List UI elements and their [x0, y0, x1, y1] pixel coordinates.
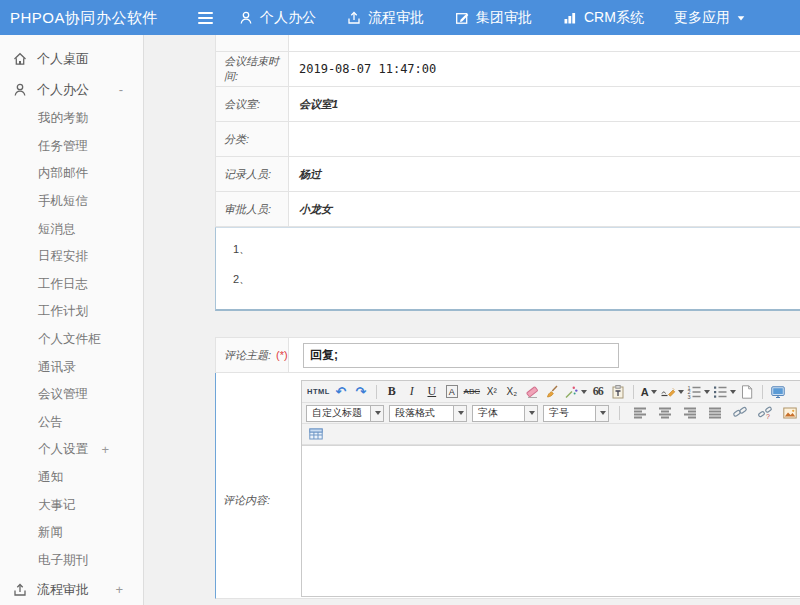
sidebar-item-label: 工作日志 — [38, 276, 88, 293]
sidebar-item-notification[interactable]: 通知 — [0, 464, 143, 492]
font-border-button[interactable]: A — [443, 383, 461, 401]
preview-button[interactable] — [769, 383, 787, 401]
caret-down-icon[interactable] — [678, 390, 684, 394]
personal-settings-toggle[interactable]: + — [101, 442, 109, 457]
blockquote-button[interactable]: 66 — [589, 383, 607, 401]
comment-subject-row: 评论主题: (*) — [215, 337, 800, 373]
align-justify-button[interactable] — [706, 404, 724, 422]
sidebar-item-meeting-management[interactable]: 会议管理 — [0, 381, 143, 409]
approver-row-label: 审批人员: — [216, 192, 289, 226]
recorder-row: 记录人员:杨过 — [216, 157, 800, 192]
sidebar-item-news[interactable]: 新闻 — [0, 519, 143, 547]
highlighter-icon — [660, 384, 676, 400]
subscript-button[interactable]: X₂ — [503, 383, 521, 401]
sidebar-item-personal-office[interactable]: 个人办公- — [0, 74, 143, 105]
ordered-list-button[interactable]: 123 — [686, 383, 710, 401]
caret-down-icon[interactable] — [600, 411, 606, 415]
sidebar-item-memorabilia[interactable]: 大事记 — [0, 491, 143, 519]
remove-format-button[interactable] — [523, 383, 541, 401]
superscript-button[interactable]: X² — [483, 383, 501, 401]
hamburger-menu-icon[interactable] — [198, 9, 216, 26]
font-size-select-caret[interactable] — [595, 406, 608, 421]
format-painter-button[interactable] — [543, 383, 561, 401]
sidebar-item-personal-settings[interactable]: 个人设置+ — [0, 436, 143, 464]
custom-title-select-caret[interactable] — [370, 406, 383, 421]
font-color-button-glyph: A — [641, 386, 649, 398]
font-color-button[interactable]: A — [640, 383, 658, 401]
align-right-button[interactable] — [681, 404, 699, 422]
highlight-button[interactable] — [660, 383, 684, 401]
caret-down-icon[interactable] — [730, 390, 736, 394]
topmenu-personal-office[interactable]: 个人办公 — [238, 9, 316, 27]
new-page-button[interactable] — [738, 383, 756, 401]
monitor-icon — [770, 384, 786, 400]
font-size-select-value: 字号 — [544, 406, 595, 421]
category-row-label: 分类: — [216, 122, 289, 156]
sidebar-item-contacts[interactable]: 通讯录 — [0, 353, 143, 381]
process-approval-toggle[interactable]: + — [115, 582, 123, 597]
sidebar-item-process-approval[interactable]: 流程审批+ — [0, 574, 143, 605]
sidebar-item-personal-file-cabinet[interactable]: 个人文件柜 — [0, 326, 143, 354]
meeting-end-time-row-label: 会议结束时间: — [216, 52, 289, 86]
link-button[interactable] — [731, 404, 749, 422]
caret-down-icon[interactable] — [581, 390, 587, 394]
html-source-button[interactable]: HTML — [307, 383, 330, 401]
table-button[interactable] — [307, 425, 325, 443]
paragraph-format-select-caret[interactable] — [453, 406, 466, 421]
caret-down-icon[interactable] — [375, 411, 381, 415]
edit-icon — [454, 10, 470, 26]
topmenu-crm-system[interactable]: CRM系统 — [562, 9, 644, 27]
editor-toolbar-row2: 自定义标题段落格式字体字号? — [302, 403, 800, 424]
editor-content-area[interactable] — [302, 445, 800, 596]
sidebar-item-announcement[interactable]: 公告 — [0, 409, 143, 437]
paragraph-format-select-value: 段落格式 — [390, 406, 453, 421]
sidebar-item-label: 个人办公 — [37, 81, 89, 99]
approver-row-cell: 小龙女 — [289, 192, 800, 226]
caret-down-icon[interactable] — [651, 390, 657, 394]
sidebar-item-label: 手机短信 — [38, 193, 88, 210]
align-left-button[interactable] — [631, 404, 649, 422]
sidebar-item-label: 会议管理 — [38, 386, 88, 403]
app-title: PHPOA协同办公软件 — [10, 0, 158, 35]
autotypeset-button[interactable] — [563, 383, 587, 401]
sidebar-item-schedule[interactable]: 日程安排 — [0, 243, 143, 271]
caret-down-icon[interactable] — [704, 390, 710, 394]
custom-title-select[interactable]: 自定义标题 — [306, 405, 384, 422]
caret-down-icon[interactable] — [458, 411, 464, 415]
font-family-select[interactable]: 字体 — [472, 405, 538, 422]
italic-button[interactable]: I — [403, 383, 421, 401]
topmenu-more-apps[interactable]: 更多应用 — [674, 9, 746, 27]
topmenu-group-approval[interactable]: 集团审批 — [454, 9, 532, 27]
sidebar-item-mobile-sms[interactable]: 手机短信 — [0, 188, 143, 216]
strikethrough-button[interactable]: ABC — [463, 383, 481, 401]
font-size-select[interactable]: 字号 — [543, 405, 609, 422]
personal-office-toggle[interactable]: - — [119, 82, 123, 97]
sidebar-item-work-log[interactable]: 工作日志 — [0, 271, 143, 299]
font-border-button-glyph: A — [446, 385, 458, 398]
bold-button[interactable]: B — [383, 383, 401, 401]
sidebar-item-e-journal[interactable]: 电子期刊 — [0, 547, 143, 575]
font-family-select-caret[interactable] — [524, 406, 537, 421]
sidebar-item-my-attendance[interactable]: 我的考勤 — [0, 105, 143, 133]
redo-button[interactable]: ↷ — [352, 383, 370, 401]
undo-button[interactable]: ↶ — [332, 383, 350, 401]
sidebar-item-internal-mail[interactable]: 内部邮件 — [0, 160, 143, 188]
caret-down-icon[interactable] — [529, 411, 535, 415]
rich-text-editor: HTML↶↷BIUAABCX²X₂66A123 自定义标题段落格式字体字号? — [301, 380, 800, 597]
paragraph-format-select[interactable]: 段落格式 — [389, 405, 467, 422]
sidebar-item-label: 个人文件柜 — [38, 331, 101, 348]
unordered-list-button[interactable] — [712, 383, 736, 401]
sidebar-item-task-management[interactable]: 任务管理 — [0, 133, 143, 161]
underline-button[interactable]: U — [423, 383, 441, 401]
comment-subject-input[interactable] — [303, 343, 619, 368]
unlink-button[interactable]: ? — [756, 404, 774, 422]
chart-icon — [562, 10, 578, 26]
image-button[interactable] — [781, 404, 799, 422]
paste-plain-button[interactable] — [609, 383, 627, 401]
sidebar-item-work-plan[interactable]: 工作计划 — [0, 298, 143, 326]
topmenu-process-approval[interactable]: 流程审批 — [346, 9, 424, 27]
meeting-end-time-row-cell: 2019-08-07 11:47:00 — [289, 52, 800, 86]
sidebar-item-personal-desktop[interactable]: 个人桌面 — [0, 43, 143, 74]
sidebar-item-short-message[interactable]: 短消息 — [0, 215, 143, 243]
align-center-button[interactable] — [656, 404, 674, 422]
